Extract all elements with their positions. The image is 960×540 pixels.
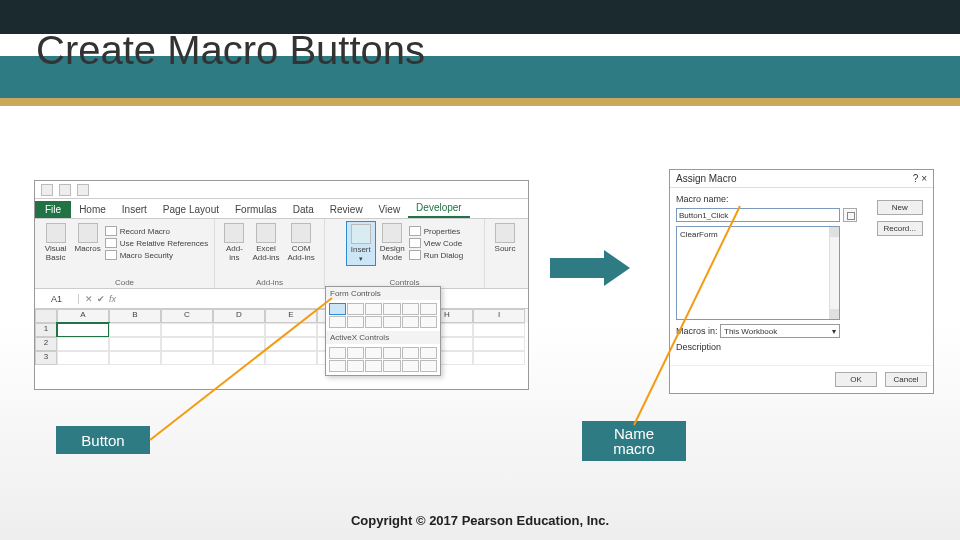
callout-name-macro: Name macro bbox=[582, 421, 686, 461]
close-icon[interactable]: × bbox=[921, 173, 927, 184]
com-addins-button[interactable]: COM Add-ins bbox=[284, 221, 319, 264]
col-d[interactable]: D bbox=[213, 309, 265, 323]
file-tab[interactable]: File bbox=[35, 201, 71, 218]
tab-review[interactable]: Review bbox=[322, 201, 371, 218]
form-combo-list-control[interactable] bbox=[402, 316, 419, 328]
macro-name-input[interactable]: Button1_Click bbox=[676, 208, 840, 222]
row-3[interactable]: 3 bbox=[35, 351, 57, 365]
cell[interactable] bbox=[161, 323, 213, 337]
cell[interactable] bbox=[161, 351, 213, 365]
relative-refs-button[interactable]: Use Relative References bbox=[105, 237, 208, 249]
tab-data[interactable]: Data bbox=[285, 201, 322, 218]
cell[interactable] bbox=[57, 337, 109, 351]
group-source: Sourc bbox=[485, 219, 525, 288]
cell[interactable] bbox=[161, 337, 213, 351]
form-button-control[interactable] bbox=[329, 303, 346, 315]
visual-basic-button[interactable]: Visual Basic bbox=[41, 221, 71, 264]
cell[interactable] bbox=[109, 337, 161, 351]
ax-combo-control[interactable] bbox=[347, 347, 364, 359]
list-scrollbar[interactable] bbox=[829, 227, 839, 319]
ax-label-control[interactable] bbox=[365, 360, 382, 372]
macro-list-item[interactable]: ClearForm bbox=[679, 229, 837, 240]
cancel-formula-icon[interactable]: ✕ bbox=[85, 294, 93, 304]
ax-spin-control[interactable] bbox=[329, 360, 346, 372]
new-button[interactable]: New bbox=[877, 200, 923, 215]
ax-checkbox-control[interactable] bbox=[365, 347, 382, 359]
cell[interactable] bbox=[473, 337, 525, 351]
description-label: Description bbox=[676, 342, 927, 352]
undo-icon[interactable] bbox=[59, 184, 71, 196]
form-group-control[interactable] bbox=[329, 316, 346, 328]
cell[interactable] bbox=[213, 323, 265, 337]
cell[interactable] bbox=[473, 323, 525, 337]
form-checkbox-control[interactable] bbox=[365, 303, 382, 315]
col-e[interactable]: E bbox=[265, 309, 317, 323]
cancel-button[interactable]: Cancel bbox=[885, 372, 927, 387]
help-icon[interactable]: ? bbox=[913, 173, 919, 184]
form-label-control[interactable] bbox=[347, 316, 364, 328]
addins-button[interactable]: Add- ins bbox=[220, 221, 248, 264]
cell[interactable] bbox=[109, 351, 161, 365]
tab-formulas[interactable]: Formulas bbox=[227, 201, 285, 218]
col-i[interactable]: I bbox=[473, 309, 525, 323]
tab-view[interactable]: View bbox=[371, 201, 409, 218]
macros-in-select[interactable]: This Workbook▾ bbox=[720, 324, 840, 338]
macros-button[interactable]: Macros bbox=[70, 221, 104, 264]
callout-name-line2: macro bbox=[613, 441, 655, 456]
save-icon[interactable] bbox=[41, 184, 53, 196]
excel-addins-button[interactable]: Excel Add-ins bbox=[248, 221, 283, 264]
macro-security-button[interactable]: Macro Security bbox=[105, 249, 208, 261]
ok-button[interactable]: OK bbox=[835, 372, 877, 387]
col-a[interactable]: A bbox=[57, 309, 109, 323]
macro-list[interactable]: ClearForm bbox=[676, 226, 840, 320]
ax-image-control[interactable] bbox=[383, 360, 400, 372]
redo-icon[interactable] bbox=[77, 184, 89, 196]
form-textfield-control[interactable] bbox=[383, 316, 400, 328]
ax-button-control[interactable] bbox=[329, 347, 346, 359]
insert-controls-button[interactable]: Insert▾ bbox=[346, 221, 376, 266]
ax-text-control[interactable] bbox=[402, 347, 419, 359]
design-mode-button[interactable]: Design Mode bbox=[376, 221, 409, 266]
cell[interactable] bbox=[213, 337, 265, 351]
form-combo-drop-control[interactable] bbox=[420, 316, 437, 328]
form-scroll-control[interactable] bbox=[365, 316, 382, 328]
col-b[interactable]: B bbox=[109, 309, 161, 323]
record-button[interactable]: Record... bbox=[877, 221, 923, 236]
cell[interactable] bbox=[213, 351, 265, 365]
form-spin-control[interactable] bbox=[383, 303, 400, 315]
macros-in-label: Macros in: bbox=[676, 326, 718, 336]
copyright-text: Copyright © 2017 Pearson Education, Inc. bbox=[0, 513, 960, 528]
ax-option-control[interactable] bbox=[347, 360, 364, 372]
fx-icon[interactable]: fx bbox=[109, 294, 116, 304]
ax-toggle-control[interactable] bbox=[402, 360, 419, 372]
form-option-control[interactable] bbox=[420, 303, 437, 315]
ax-scroll-control[interactable] bbox=[420, 347, 437, 359]
ax-list-control[interactable] bbox=[383, 347, 400, 359]
tab-insert[interactable]: Insert bbox=[114, 201, 155, 218]
col-c[interactable]: C bbox=[161, 309, 213, 323]
cell[interactable] bbox=[109, 323, 161, 337]
cell[interactable] bbox=[265, 337, 317, 351]
record-macro-button[interactable]: Record Macro bbox=[105, 225, 208, 237]
form-list-control[interactable] bbox=[402, 303, 419, 315]
cell[interactable] bbox=[265, 351, 317, 365]
view-code-button[interactable]: View Code bbox=[409, 237, 464, 249]
select-all-corner[interactable] bbox=[35, 309, 57, 323]
cell[interactable] bbox=[265, 323, 317, 337]
form-combo-control[interactable] bbox=[347, 303, 364, 315]
enter-formula-icon[interactable]: ✔ bbox=[97, 294, 105, 304]
cell[interactable] bbox=[57, 351, 109, 365]
tab-page-layout[interactable]: Page Layout bbox=[155, 201, 227, 218]
properties-button[interactable]: Properties bbox=[409, 225, 464, 237]
collapse-dialog-icon[interactable] bbox=[843, 208, 857, 222]
row-2[interactable]: 2 bbox=[35, 337, 57, 351]
source-button[interactable]: Sourc bbox=[491, 221, 520, 255]
run-dialog-button[interactable]: Run Dialog bbox=[409, 249, 464, 261]
row-1[interactable]: 1 bbox=[35, 323, 57, 337]
ax-more-control[interactable] bbox=[420, 360, 437, 372]
cell[interactable] bbox=[473, 351, 525, 365]
tab-developer[interactable]: Developer bbox=[408, 199, 470, 218]
cell-a1[interactable] bbox=[57, 323, 109, 337]
tab-home[interactable]: Home bbox=[71, 201, 114, 218]
name-box[interactable]: A1 bbox=[35, 294, 79, 304]
